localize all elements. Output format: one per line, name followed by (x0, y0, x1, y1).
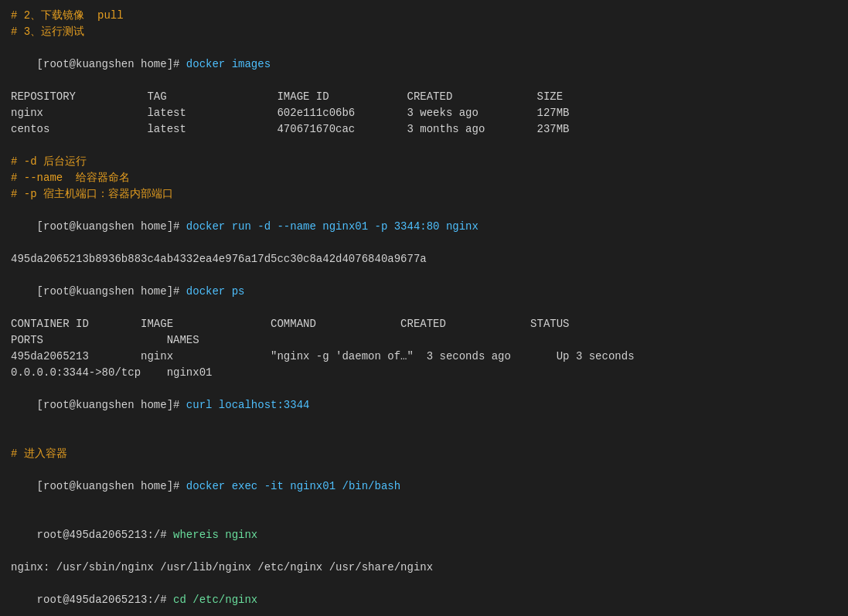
cmd-run: docker run -d --name nginx01 -p 3344:80 … (186, 220, 478, 233)
cmd-images-line: [root@kuangshen home]# docker images (11, 40, 837, 89)
header-ps-ports: PORTS NAMES (11, 332, 837, 349)
cmd-exec-line: [root@kuangshen home]# docker exec -it n… (11, 462, 837, 511)
cmd-exec: docker exec -it nginx01 /bin/bash (186, 480, 400, 492)
comment-name: # --name 给容器命名 (11, 170, 837, 186)
comment-test: # 3、运行测试 (11, 24, 837, 40)
cmd-cd-line: root@495da2065213:/# cd /etc/nginx (11, 576, 837, 616)
blank1 (11, 138, 837, 154)
cmd-run-line: [root@kuangshen home]# docker run -d --n… (11, 202, 837, 251)
prompt-whereis: root@495da2065213:/# (37, 529, 173, 541)
nginx-path: nginx: /usr/sbin/nginx /usr/lib/nginx /e… (11, 560, 837, 576)
prompt-ps: [root@kuangshen home]# (37, 285, 186, 298)
prompt-cd: root@495da2065213:/# (37, 594, 173, 606)
comment-d: # -d 后台运行 (11, 154, 837, 170)
cmd-ps: docker ps (186, 285, 245, 298)
row-nginx: nginx latest 602e111c06b6 3 weeks ago 12… (11, 105, 837, 121)
prompt-run: [root@kuangshen home]# (37, 220, 186, 233)
hash-output: 495da2065213b8936b883c4ab4332ea4e976a17d… (11, 251, 837, 267)
prompt-curl: [root@kuangshen home]# (37, 399, 186, 411)
prompt-exec: [root@kuangshen home]# (37, 480, 186, 492)
comment-enter: # 进入容器 (11, 446, 837, 462)
cmd-cd: cd /etc/nginx (173, 594, 257, 606)
cmd-curl-line: [root@kuangshen home]# curl localhost:33… (11, 381, 837, 430)
comment-pull: # 2、下载镜像 pull (11, 8, 837, 24)
terminal: # 2、下载镜像 pull # 3、运行测试 [root@kuangshen h… (11, 8, 837, 616)
header-ps: CONTAINER ID IMAGE COMMAND CREATED STATU… (11, 316, 837, 332)
row-container-ports: 0.0.0.0:3344->80/tcp nginx01 (11, 365, 837, 381)
cmd-images: docker images (186, 58, 271, 70)
cmd-ps-line: [root@kuangshen home]# docker ps (11, 267, 837, 316)
cmd-whereis-line: root@495da2065213:/# whereis nginx (11, 511, 837, 560)
row-container-id: 495da2065213 nginx "nginx -g 'daemon of…… (11, 349, 837, 365)
blank2 (11, 430, 837, 446)
cmd-curl: curl localhost:3344 (186, 399, 310, 411)
cmd-whereis: whereis nginx (173, 529, 257, 541)
comment-p: # -p 宿主机端口：容器内部端口 (11, 186, 837, 202)
row-centos: centos latest 470671670cac 3 months ago … (11, 121, 837, 138)
header-images: REPOSITORY TAG IMAGE ID CREATED SIZE (11, 89, 837, 105)
prompt-images: [root@kuangshen home]# (37, 58, 186, 70)
